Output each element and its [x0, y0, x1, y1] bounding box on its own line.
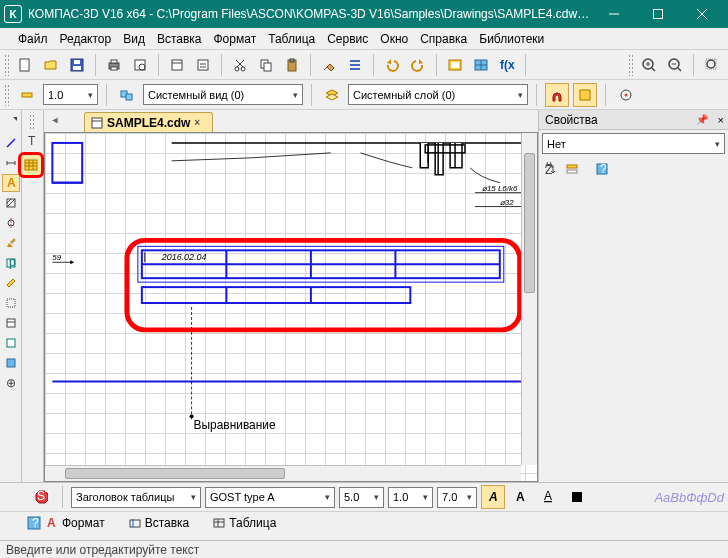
color-button[interactable] [565, 485, 589, 509]
zoom-out-button[interactable] [663, 53, 687, 77]
layers-button[interactable] [320, 83, 344, 107]
sort-az-icon[interactable]: AZ [543, 160, 561, 178]
text-label-icon[interactable]: T [24, 132, 42, 150]
italic-button[interactable]: A [481, 485, 505, 509]
properties-panel-title: Свойства [545, 113, 598, 127]
print-preview-button[interactable] [128, 53, 152, 77]
drawing-canvas[interactable]: ⌀15 L6/k6 ⌀32 59 [44, 132, 538, 482]
table-tool-icon[interactable] [18, 152, 44, 178]
minimize-button[interactable] [592, 0, 636, 28]
axis-icon[interactable] [2, 214, 20, 232]
tab-close-icon[interactable]: × [194, 117, 206, 129]
views-mgr-icon[interactable]: ⊕ [2, 374, 20, 392]
svg-text:?: ? [32, 516, 39, 530]
svg-point-42 [707, 60, 715, 68]
brush-button[interactable] [317, 53, 341, 77]
list-button[interactable] [343, 53, 367, 77]
settings-button[interactable] [191, 53, 215, 77]
prop-help-icon[interactable]: ? [22, 511, 46, 535]
cut-button[interactable] [228, 53, 252, 77]
close-button[interactable] [680, 0, 724, 28]
copy-button[interactable] [254, 53, 278, 77]
svg-rect-91 [142, 287, 410, 303]
properties-button[interactable] [165, 53, 189, 77]
open-button[interactable] [39, 53, 63, 77]
formula-button[interactable]: f(x) [495, 53, 519, 77]
font-combo[interactable]: GOST type A [205, 487, 335, 508]
prop-tab-format[interactable]: A Формат [40, 514, 111, 532]
menu-format[interactable]: Формат [208, 30, 263, 48]
select-icon[interactable] [2, 294, 20, 312]
print-button[interactable] [102, 53, 126, 77]
svg-point-49 [625, 93, 628, 96]
undo-button[interactable] [380, 53, 404, 77]
text-style-combo[interactable]: Заголовок таблицы [71, 487, 201, 508]
stop-button[interactable]: STOP [30, 485, 54, 509]
menu-table[interactable]: Таблица [262, 30, 321, 48]
bold-button[interactable]: A [509, 485, 533, 509]
toolbar-grip[interactable] [4, 54, 9, 76]
help-icon[interactable]: ? [593, 160, 611, 178]
save-button[interactable] [65, 53, 89, 77]
views-button[interactable] [115, 83, 139, 107]
hatch-icon[interactable] [2, 194, 20, 212]
menu-service[interactable]: Сервис [321, 30, 374, 48]
menu-help[interactable]: Справка [414, 30, 473, 48]
toolbar-grip-3[interactable] [4, 84, 9, 106]
insert-icon[interactable] [2, 354, 20, 372]
new-button[interactable] [13, 53, 37, 77]
menu-insert[interactable]: Вставка [151, 30, 208, 48]
panel-filter-combo[interactable]: Нет [542, 133, 725, 154]
menu-editor[interactable]: Редактор [54, 30, 118, 48]
svg-text:T: T [28, 135, 36, 147]
scale-combo[interactable]: 1.0 [43, 84, 98, 105]
line-icon[interactable] [2, 134, 20, 152]
text-tool-icon[interactable]: A [2, 174, 20, 192]
document-tab[interactable]: SAMPLE4.cdw × [84, 112, 213, 132]
size3-input[interactable]: 7.0 [437, 487, 477, 508]
panel-close-icon[interactable]: × [718, 114, 724, 126]
checkpoint-button[interactable] [614, 83, 638, 107]
prop-tab-insert[interactable]: Вставка [123, 514, 196, 532]
menu-file[interactable]: Файл [12, 30, 54, 48]
menu-view[interactable]: Вид [117, 30, 151, 48]
zoom-in-button[interactable] [637, 53, 661, 77]
state-button[interactable] [15, 83, 39, 107]
horizontal-scrollbar[interactable] [45, 465, 521, 481]
titlebar: K КОМПАС-3D V16 x64 - C:\Program Files\A… [0, 0, 728, 28]
edit-icon[interactable] [2, 234, 20, 252]
redo-button[interactable] [406, 53, 430, 77]
view-combo[interactable]: Системный вид (0) [143, 84, 303, 105]
toolbar-grip-2[interactable] [628, 54, 633, 76]
strip-grip[interactable] [29, 114, 34, 130]
spec-icon[interactable] [2, 314, 20, 332]
size1-combo[interactable]: 5.0 [339, 487, 384, 508]
svg-text:A: A [544, 489, 552, 503]
zoom-fit-button[interactable] [700, 53, 724, 77]
dimension-icon[interactable] [2, 154, 20, 172]
size2-combo[interactable]: 1.0 [388, 487, 433, 508]
prop-tab-table[interactable]: Таблица [207, 514, 282, 532]
report-icon[interactable] [2, 334, 20, 352]
svg-line-21 [236, 60, 243, 67]
layer-combo[interactable]: Системный слой (0) [348, 84, 528, 105]
snap-button[interactable] [545, 83, 569, 107]
menu-libraries[interactable]: Библиотеки [473, 30, 550, 48]
category-icon[interactable] [563, 160, 581, 178]
svg-rect-23 [264, 63, 271, 71]
svg-rect-115 [130, 520, 140, 527]
arrow-icon[interactable] [2, 114, 20, 132]
svg-line-57 [7, 199, 15, 207]
paste-button[interactable] [280, 53, 304, 77]
variables-button[interactable] [469, 53, 493, 77]
underline-button[interactable]: A [537, 485, 561, 509]
param-icon[interactable]: p [2, 254, 20, 272]
vertical-scrollbar[interactable] [521, 133, 537, 465]
menu-window[interactable]: Окно [374, 30, 414, 48]
pin-icon[interactable]: 📌 [696, 114, 708, 125]
maximize-button[interactable] [636, 0, 680, 28]
measure-icon[interactable] [2, 274, 20, 292]
tab-nav-left[interactable]: ◄ [48, 113, 62, 127]
library-manager-button[interactable] [443, 53, 467, 77]
geo-calc-button[interactable] [573, 83, 597, 107]
